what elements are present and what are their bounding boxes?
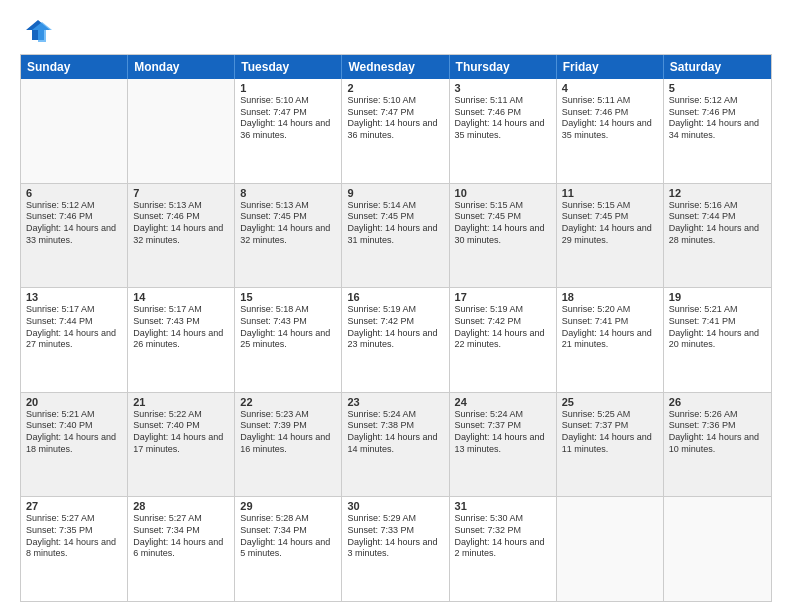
day-number: 28	[133, 500, 229, 512]
cell-info: Sunrise: 5:11 AMSunset: 7:46 PMDaylight:…	[455, 95, 551, 142]
logo-icon	[24, 16, 52, 44]
day-number: 4	[562, 82, 658, 94]
cell-info: Sunrise: 5:22 AMSunset: 7:40 PMDaylight:…	[133, 409, 229, 456]
calendar-cell: 13Sunrise: 5:17 AMSunset: 7:44 PMDayligh…	[21, 288, 128, 392]
day-number: 31	[455, 500, 551, 512]
day-number: 29	[240, 500, 336, 512]
cell-info: Sunrise: 5:25 AMSunset: 7:37 PMDaylight:…	[562, 409, 658, 456]
day-number: 3	[455, 82, 551, 94]
day-number: 8	[240, 187, 336, 199]
calendar-cell: 12Sunrise: 5:16 AMSunset: 7:44 PMDayligh…	[664, 184, 771, 288]
calendar: SundayMondayTuesdayWednesdayThursdayFrid…	[20, 54, 772, 602]
cell-info: Sunrise: 5:28 AMSunset: 7:34 PMDaylight:…	[240, 513, 336, 560]
calendar-cell: 2Sunrise: 5:10 AMSunset: 7:47 PMDaylight…	[342, 79, 449, 183]
calendar-cell: 6Sunrise: 5:12 AMSunset: 7:46 PMDaylight…	[21, 184, 128, 288]
calendar-week-4: 20Sunrise: 5:21 AMSunset: 7:40 PMDayligh…	[21, 392, 771, 497]
calendar-cell: 11Sunrise: 5:15 AMSunset: 7:45 PMDayligh…	[557, 184, 664, 288]
day-number: 25	[562, 396, 658, 408]
calendar-body: 1Sunrise: 5:10 AMSunset: 7:47 PMDaylight…	[21, 79, 771, 601]
cell-info: Sunrise: 5:18 AMSunset: 7:43 PMDaylight:…	[240, 304, 336, 351]
cell-info: Sunrise: 5:11 AMSunset: 7:46 PMDaylight:…	[562, 95, 658, 142]
cell-info: Sunrise: 5:17 AMSunset: 7:43 PMDaylight:…	[133, 304, 229, 351]
day-number: 9	[347, 187, 443, 199]
header-day-friday: Friday	[557, 55, 664, 79]
calendar-cell: 14Sunrise: 5:17 AMSunset: 7:43 PMDayligh…	[128, 288, 235, 392]
calendar-cell: 23Sunrise: 5:24 AMSunset: 7:38 PMDayligh…	[342, 393, 449, 497]
calendar-cell	[128, 79, 235, 183]
cell-info: Sunrise: 5:29 AMSunset: 7:33 PMDaylight:…	[347, 513, 443, 560]
cell-info: Sunrise: 5:16 AMSunset: 7:44 PMDaylight:…	[669, 200, 766, 247]
calendar-week-5: 27Sunrise: 5:27 AMSunset: 7:35 PMDayligh…	[21, 496, 771, 601]
day-number: 11	[562, 187, 658, 199]
header-day-wednesday: Wednesday	[342, 55, 449, 79]
cell-info: Sunrise: 5:13 AMSunset: 7:46 PMDaylight:…	[133, 200, 229, 247]
cell-info: Sunrise: 5:30 AMSunset: 7:32 PMDaylight:…	[455, 513, 551, 560]
day-number: 26	[669, 396, 766, 408]
cell-info: Sunrise: 5:14 AMSunset: 7:45 PMDaylight:…	[347, 200, 443, 247]
calendar-cell: 3Sunrise: 5:11 AMSunset: 7:46 PMDaylight…	[450, 79, 557, 183]
cell-info: Sunrise: 5:21 AMSunset: 7:40 PMDaylight:…	[26, 409, 122, 456]
cell-info: Sunrise: 5:12 AMSunset: 7:46 PMDaylight:…	[26, 200, 122, 247]
calendar-week-3: 13Sunrise: 5:17 AMSunset: 7:44 PMDayligh…	[21, 287, 771, 392]
header	[20, 16, 772, 44]
day-number: 22	[240, 396, 336, 408]
cell-info: Sunrise: 5:12 AMSunset: 7:46 PMDaylight:…	[669, 95, 766, 142]
calendar-cell: 24Sunrise: 5:24 AMSunset: 7:37 PMDayligh…	[450, 393, 557, 497]
header-day-thursday: Thursday	[450, 55, 557, 79]
calendar-cell: 31Sunrise: 5:30 AMSunset: 7:32 PMDayligh…	[450, 497, 557, 601]
header-day-tuesday: Tuesday	[235, 55, 342, 79]
cell-info: Sunrise: 5:15 AMSunset: 7:45 PMDaylight:…	[562, 200, 658, 247]
day-number: 7	[133, 187, 229, 199]
cell-info: Sunrise: 5:20 AMSunset: 7:41 PMDaylight:…	[562, 304, 658, 351]
calendar-cell: 21Sunrise: 5:22 AMSunset: 7:40 PMDayligh…	[128, 393, 235, 497]
calendar-cell: 10Sunrise: 5:15 AMSunset: 7:45 PMDayligh…	[450, 184, 557, 288]
calendar-week-1: 1Sunrise: 5:10 AMSunset: 7:47 PMDaylight…	[21, 79, 771, 183]
cell-info: Sunrise: 5:15 AMSunset: 7:45 PMDaylight:…	[455, 200, 551, 247]
calendar-cell: 15Sunrise: 5:18 AMSunset: 7:43 PMDayligh…	[235, 288, 342, 392]
calendar-cell	[21, 79, 128, 183]
calendar-cell: 9Sunrise: 5:14 AMSunset: 7:45 PMDaylight…	[342, 184, 449, 288]
day-number: 21	[133, 396, 229, 408]
cell-info: Sunrise: 5:19 AMSunset: 7:42 PMDaylight:…	[455, 304, 551, 351]
day-number: 13	[26, 291, 122, 303]
calendar-cell: 7Sunrise: 5:13 AMSunset: 7:46 PMDaylight…	[128, 184, 235, 288]
calendar-cell: 17Sunrise: 5:19 AMSunset: 7:42 PMDayligh…	[450, 288, 557, 392]
calendar-cell: 27Sunrise: 5:27 AMSunset: 7:35 PMDayligh…	[21, 497, 128, 601]
cell-info: Sunrise: 5:27 AMSunset: 7:34 PMDaylight:…	[133, 513, 229, 560]
header-day-monday: Monday	[128, 55, 235, 79]
calendar-cell: 25Sunrise: 5:25 AMSunset: 7:37 PMDayligh…	[557, 393, 664, 497]
calendar-cell: 18Sunrise: 5:20 AMSunset: 7:41 PMDayligh…	[557, 288, 664, 392]
calendar-week-2: 6Sunrise: 5:12 AMSunset: 7:46 PMDaylight…	[21, 183, 771, 288]
cell-info: Sunrise: 5:10 AMSunset: 7:47 PMDaylight:…	[240, 95, 336, 142]
page: SundayMondayTuesdayWednesdayThursdayFrid…	[0, 0, 792, 612]
header-day-saturday: Saturday	[664, 55, 771, 79]
day-number: 10	[455, 187, 551, 199]
cell-info: Sunrise: 5:10 AMSunset: 7:47 PMDaylight:…	[347, 95, 443, 142]
day-number: 17	[455, 291, 551, 303]
cell-info: Sunrise: 5:13 AMSunset: 7:45 PMDaylight:…	[240, 200, 336, 247]
cell-info: Sunrise: 5:17 AMSunset: 7:44 PMDaylight:…	[26, 304, 122, 351]
calendar-cell: 20Sunrise: 5:21 AMSunset: 7:40 PMDayligh…	[21, 393, 128, 497]
day-number: 2	[347, 82, 443, 94]
day-number: 12	[669, 187, 766, 199]
calendar-cell: 16Sunrise: 5:19 AMSunset: 7:42 PMDayligh…	[342, 288, 449, 392]
day-number: 23	[347, 396, 443, 408]
day-number: 5	[669, 82, 766, 94]
day-number: 15	[240, 291, 336, 303]
cell-info: Sunrise: 5:26 AMSunset: 7:36 PMDaylight:…	[669, 409, 766, 456]
calendar-cell: 28Sunrise: 5:27 AMSunset: 7:34 PMDayligh…	[128, 497, 235, 601]
cell-info: Sunrise: 5:24 AMSunset: 7:37 PMDaylight:…	[455, 409, 551, 456]
logo	[20, 16, 52, 44]
calendar-cell: 26Sunrise: 5:26 AMSunset: 7:36 PMDayligh…	[664, 393, 771, 497]
calendar-cell: 5Sunrise: 5:12 AMSunset: 7:46 PMDaylight…	[664, 79, 771, 183]
header-day-sunday: Sunday	[21, 55, 128, 79]
cell-info: Sunrise: 5:21 AMSunset: 7:41 PMDaylight:…	[669, 304, 766, 351]
day-number: 30	[347, 500, 443, 512]
day-number: 20	[26, 396, 122, 408]
day-number: 18	[562, 291, 658, 303]
cell-info: Sunrise: 5:19 AMSunset: 7:42 PMDaylight:…	[347, 304, 443, 351]
cell-info: Sunrise: 5:27 AMSunset: 7:35 PMDaylight:…	[26, 513, 122, 560]
calendar-header: SundayMondayTuesdayWednesdayThursdayFrid…	[21, 55, 771, 79]
cell-info: Sunrise: 5:24 AMSunset: 7:38 PMDaylight:…	[347, 409, 443, 456]
calendar-cell	[664, 497, 771, 601]
